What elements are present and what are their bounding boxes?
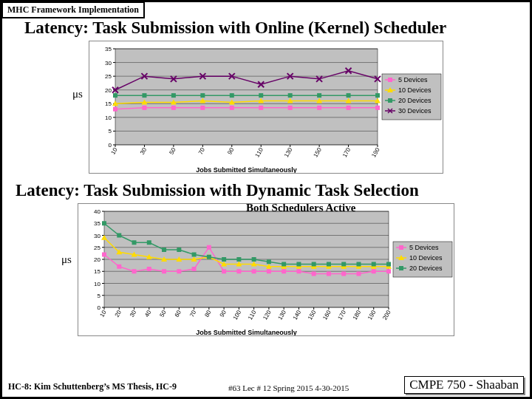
svg-text:180: 180 [352,309,363,321]
svg-text:0: 0 [98,304,101,311]
svg-text:30: 30 [129,309,138,318]
chart-1: 051015202530351030507090110130150170190J… [89,41,443,174]
svg-text:150: 150 [312,146,323,159]
svg-rect-206 [372,262,376,267]
svg-rect-203 [327,262,331,267]
svg-text:10: 10 [94,281,100,287]
svg-rect-201 [296,262,301,267]
svg-rect-169 [117,265,121,269]
svg-rect-52 [288,106,293,110]
svg-rect-193 [177,248,181,252]
svg-rect-170 [132,269,137,273]
svg-rect-88 [388,78,392,82]
both-schedulers-label: Both Schedulers Active [246,202,355,214]
svg-text:5: 5 [109,128,112,134]
svg-rect-64 [347,93,351,98]
svg-rect-58 [171,93,176,98]
svg-text:Jobs Submitted Simultaneously: Jobs Submitted Simultaneously [196,166,297,174]
svg-text:190: 190 [366,309,378,321]
svg-text:40: 40 [94,208,100,215]
svg-rect-168 [102,253,106,257]
svg-rect-196 [222,257,226,262]
svg-rect-46 [113,107,117,112]
svg-text:Jobs Submitted Simultaneously: Jobs Submitted Simultaneously [196,329,297,336]
svg-rect-48 [171,106,176,110]
svg-rect-200 [282,262,286,267]
svg-rect-0 [115,49,378,145]
svg-text:50: 50 [159,309,168,318]
svg-rect-197 [236,257,241,262]
svg-text:60: 60 [174,309,183,318]
svg-text:120: 120 [262,309,273,321]
svg-rect-57 [142,93,146,98]
svg-text:140: 140 [292,309,303,321]
svg-rect-50 [230,106,234,110]
svg-text:20: 20 [114,309,123,318]
svg-rect-177 [236,269,241,273]
svg-text:20: 20 [94,256,100,263]
svg-text:5 Devices: 5 Devices [409,244,439,251]
svg-text:30 Devices: 30 Devices [398,107,432,115]
svg-text:10 Devices: 10 Devices [398,86,432,94]
svg-text:190: 190 [370,146,381,159]
svg-text:15: 15 [94,268,100,275]
svg-text:30: 30 [139,146,149,156]
footer-right: CMPE 750 - Shaaban [404,376,524,394]
svg-text:150: 150 [307,309,318,321]
svg-text:15: 15 [105,100,112,107]
svg-text:5 Devices: 5 Devices [398,76,428,83]
svg-text:20 Devices: 20 Devices [409,265,443,272]
svg-text:130: 130 [276,309,287,321]
svg-rect-181 [296,269,301,273]
svg-rect-174 [192,267,197,271]
svg-text:70: 70 [197,146,207,156]
svg-rect-54 [347,106,351,110]
svg-rect-178 [252,269,256,273]
svg-text:100: 100 [232,309,243,321]
svg-text:25: 25 [105,73,112,80]
heading-1: Latency: Task Submission with Online (Ke… [24,18,530,38]
y-unit-1: μs [72,88,83,100]
svg-rect-63 [317,93,321,98]
svg-text:70: 70 [188,309,198,318]
svg-text:0: 0 [109,142,112,149]
svg-rect-187 [386,269,391,273]
svg-text:35: 35 [105,46,112,52]
svg-rect-198 [252,257,256,262]
svg-rect-55 [375,106,380,110]
svg-text:10: 10 [105,115,112,121]
svg-rect-182 [312,272,316,276]
svg-rect-65 [375,93,380,98]
svg-rect-192 [162,248,166,252]
svg-text:160: 160 [321,309,332,321]
framework-tag: MHC Framework Implementation [1,1,145,18]
svg-rect-190 [132,240,137,245]
svg-rect-175 [207,245,211,250]
svg-rect-204 [341,262,346,267]
svg-rect-176 [222,269,226,273]
svg-text:20: 20 [105,87,112,94]
svg-rect-205 [356,262,361,267]
svg-text:20 Devices: 20 Devices [398,97,432,104]
svg-rect-59 [200,93,205,98]
svg-rect-184 [341,272,346,276]
y-unit-2: μs [61,253,72,266]
footer-left: HC-8: Kim Schuttenberg’s MS Thesis, HC-9 [8,381,177,392]
svg-text:90: 90 [226,146,236,156]
svg-rect-171 [147,267,151,271]
svg-text:25: 25 [94,245,100,251]
svg-rect-93 [388,98,392,103]
chart-1-wrap: μs 0510152025303510305070901101301501701… [2,41,530,174]
svg-rect-202 [312,262,316,267]
svg-text:110: 110 [247,309,258,321]
svg-text:5: 5 [98,293,101,299]
svg-rect-56 [113,93,117,98]
svg-text:50: 50 [168,146,177,156]
footer: HC-8: Kim Schuttenberg’s MS Thesis, HC-9… [7,378,525,394]
svg-text:40: 40 [143,309,153,318]
svg-rect-186 [372,269,376,273]
svg-text:170: 170 [341,146,352,159]
svg-text:200: 200 [381,309,392,321]
svg-rect-173 [177,269,181,273]
svg-rect-189 [117,233,121,238]
